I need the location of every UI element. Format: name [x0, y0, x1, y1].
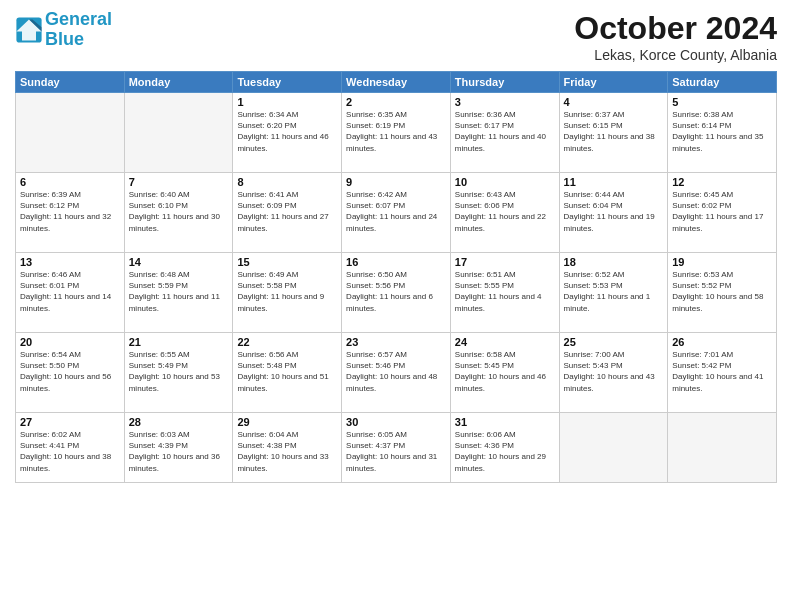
month-title: October 2024	[574, 10, 777, 47]
day-info: Sunrise: 6:39 AM Sunset: 6:12 PM Dayligh…	[20, 189, 120, 234]
day-info: Sunrise: 6:43 AM Sunset: 6:06 PM Dayligh…	[455, 189, 555, 234]
calendar-cell: 19Sunrise: 6:53 AM Sunset: 5:52 PM Dayli…	[668, 253, 777, 333]
calendar-cell: 14Sunrise: 6:48 AM Sunset: 5:59 PM Dayli…	[124, 253, 233, 333]
calendar-cell: 7Sunrise: 6:40 AM Sunset: 6:10 PM Daylig…	[124, 173, 233, 253]
day-info: Sunrise: 6:34 AM Sunset: 6:20 PM Dayligh…	[237, 109, 337, 154]
day-number: 2	[346, 96, 446, 108]
day-info: Sunrise: 6:41 AM Sunset: 6:09 PM Dayligh…	[237, 189, 337, 234]
calendar-cell	[668, 413, 777, 483]
calendar-cell: 27Sunrise: 6:02 AM Sunset: 4:41 PM Dayli…	[16, 413, 125, 483]
calendar-cell: 6Sunrise: 6:39 AM Sunset: 6:12 PM Daylig…	[16, 173, 125, 253]
calendar-cell: 9Sunrise: 6:42 AM Sunset: 6:07 PM Daylig…	[342, 173, 451, 253]
day-number: 22	[237, 336, 337, 348]
day-info: Sunrise: 6:04 AM Sunset: 4:38 PM Dayligh…	[237, 429, 337, 474]
day-number: 4	[564, 96, 664, 108]
calendar-week-row: 20Sunrise: 6:54 AM Sunset: 5:50 PM Dayli…	[16, 333, 777, 413]
day-info: Sunrise: 6:48 AM Sunset: 5:59 PM Dayligh…	[129, 269, 229, 314]
day-info: Sunrise: 6:03 AM Sunset: 4:39 PM Dayligh…	[129, 429, 229, 474]
day-info: Sunrise: 6:52 AM Sunset: 5:53 PM Dayligh…	[564, 269, 664, 314]
day-number: 25	[564, 336, 664, 348]
calendar-cell: 4Sunrise: 6:37 AM Sunset: 6:15 PM Daylig…	[559, 93, 668, 173]
day-number: 9	[346, 176, 446, 188]
calendar-week-row: 1Sunrise: 6:34 AM Sunset: 6:20 PM Daylig…	[16, 93, 777, 173]
day-number: 29	[237, 416, 337, 428]
day-number: 23	[346, 336, 446, 348]
calendar-header-row: SundayMondayTuesdayWednesdayThursdayFrid…	[16, 72, 777, 93]
day-info: Sunrise: 6:05 AM Sunset: 4:37 PM Dayligh…	[346, 429, 446, 474]
day-number: 21	[129, 336, 229, 348]
calendar-cell: 11Sunrise: 6:44 AM Sunset: 6:04 PM Dayli…	[559, 173, 668, 253]
weekday-header: Sunday	[16, 72, 125, 93]
day-number: 16	[346, 256, 446, 268]
day-number: 10	[455, 176, 555, 188]
location-title: Lekas, Korce County, Albania	[574, 47, 777, 63]
page: General Blue October 2024 Lekas, Korce C…	[0, 0, 792, 612]
calendar-cell: 20Sunrise: 6:54 AM Sunset: 5:50 PM Dayli…	[16, 333, 125, 413]
day-number: 30	[346, 416, 446, 428]
calendar-cell: 3Sunrise: 6:36 AM Sunset: 6:17 PM Daylig…	[450, 93, 559, 173]
calendar-cell	[559, 413, 668, 483]
day-number: 28	[129, 416, 229, 428]
day-info: Sunrise: 6:06 AM Sunset: 4:36 PM Dayligh…	[455, 429, 555, 474]
calendar-cell: 23Sunrise: 6:57 AM Sunset: 5:46 PM Dayli…	[342, 333, 451, 413]
title-block: October 2024 Lekas, Korce County, Albani…	[574, 10, 777, 63]
day-number: 13	[20, 256, 120, 268]
calendar-cell: 18Sunrise: 6:52 AM Sunset: 5:53 PM Dayli…	[559, 253, 668, 333]
day-info: Sunrise: 6:51 AM Sunset: 5:55 PM Dayligh…	[455, 269, 555, 314]
calendar-cell: 22Sunrise: 6:56 AM Sunset: 5:48 PM Dayli…	[233, 333, 342, 413]
day-info: Sunrise: 6:37 AM Sunset: 6:15 PM Dayligh…	[564, 109, 664, 154]
day-number: 5	[672, 96, 772, 108]
day-info: Sunrise: 6:36 AM Sunset: 6:17 PM Dayligh…	[455, 109, 555, 154]
day-info: Sunrise: 6:02 AM Sunset: 4:41 PM Dayligh…	[20, 429, 120, 474]
day-info: Sunrise: 6:40 AM Sunset: 6:10 PM Dayligh…	[129, 189, 229, 234]
logo-blue: Blue	[45, 29, 84, 49]
day-info: Sunrise: 6:45 AM Sunset: 6:02 PM Dayligh…	[672, 189, 772, 234]
calendar-cell: 13Sunrise: 6:46 AM Sunset: 6:01 PM Dayli…	[16, 253, 125, 333]
calendar-cell: 5Sunrise: 6:38 AM Sunset: 6:14 PM Daylig…	[668, 93, 777, 173]
day-info: Sunrise: 6:57 AM Sunset: 5:46 PM Dayligh…	[346, 349, 446, 394]
weekday-header: Wednesday	[342, 72, 451, 93]
day-info: Sunrise: 6:44 AM Sunset: 6:04 PM Dayligh…	[564, 189, 664, 234]
day-number: 26	[672, 336, 772, 348]
day-info: Sunrise: 6:53 AM Sunset: 5:52 PM Dayligh…	[672, 269, 772, 314]
calendar-cell: 2Sunrise: 6:35 AM Sunset: 6:19 PM Daylig…	[342, 93, 451, 173]
day-number: 24	[455, 336, 555, 348]
calendar-cell: 28Sunrise: 6:03 AM Sunset: 4:39 PM Dayli…	[124, 413, 233, 483]
weekday-header: Monday	[124, 72, 233, 93]
calendar-week-row: 27Sunrise: 6:02 AM Sunset: 4:41 PM Dayli…	[16, 413, 777, 483]
day-info: Sunrise: 6:35 AM Sunset: 6:19 PM Dayligh…	[346, 109, 446, 154]
weekday-header: Thursday	[450, 72, 559, 93]
calendar-table: SundayMondayTuesdayWednesdayThursdayFrid…	[15, 71, 777, 483]
weekday-header: Saturday	[668, 72, 777, 93]
day-number: 17	[455, 256, 555, 268]
weekday-header: Tuesday	[233, 72, 342, 93]
calendar-cell	[16, 93, 125, 173]
calendar-cell: 24Sunrise: 6:58 AM Sunset: 5:45 PM Dayli…	[450, 333, 559, 413]
day-info: Sunrise: 6:46 AM Sunset: 6:01 PM Dayligh…	[20, 269, 120, 314]
day-info: Sunrise: 6:38 AM Sunset: 6:14 PM Dayligh…	[672, 109, 772, 154]
day-number: 20	[20, 336, 120, 348]
day-info: Sunrise: 6:42 AM Sunset: 6:07 PM Dayligh…	[346, 189, 446, 234]
day-info: Sunrise: 7:00 AM Sunset: 5:43 PM Dayligh…	[564, 349, 664, 394]
header: General Blue October 2024 Lekas, Korce C…	[15, 10, 777, 63]
day-number: 6	[20, 176, 120, 188]
day-info: Sunrise: 6:49 AM Sunset: 5:58 PM Dayligh…	[237, 269, 337, 314]
day-number: 15	[237, 256, 337, 268]
calendar-week-row: 6Sunrise: 6:39 AM Sunset: 6:12 PM Daylig…	[16, 173, 777, 253]
calendar-cell	[124, 93, 233, 173]
calendar-cell: 21Sunrise: 6:55 AM Sunset: 5:49 PM Dayli…	[124, 333, 233, 413]
day-number: 7	[129, 176, 229, 188]
calendar-cell: 30Sunrise: 6:05 AM Sunset: 4:37 PM Dayli…	[342, 413, 451, 483]
day-number: 11	[564, 176, 664, 188]
logo: General Blue	[15, 10, 112, 50]
day-number: 1	[237, 96, 337, 108]
calendar-cell: 26Sunrise: 7:01 AM Sunset: 5:42 PM Dayli…	[668, 333, 777, 413]
calendar-cell: 29Sunrise: 6:04 AM Sunset: 4:38 PM Dayli…	[233, 413, 342, 483]
logo-icon	[15, 16, 43, 44]
calendar-cell: 10Sunrise: 6:43 AM Sunset: 6:06 PM Dayli…	[450, 173, 559, 253]
calendar-cell: 1Sunrise: 6:34 AM Sunset: 6:20 PM Daylig…	[233, 93, 342, 173]
logo-general: General	[45, 9, 112, 29]
calendar-week-row: 13Sunrise: 6:46 AM Sunset: 6:01 PM Dayli…	[16, 253, 777, 333]
day-number: 31	[455, 416, 555, 428]
calendar-cell: 25Sunrise: 7:00 AM Sunset: 5:43 PM Dayli…	[559, 333, 668, 413]
